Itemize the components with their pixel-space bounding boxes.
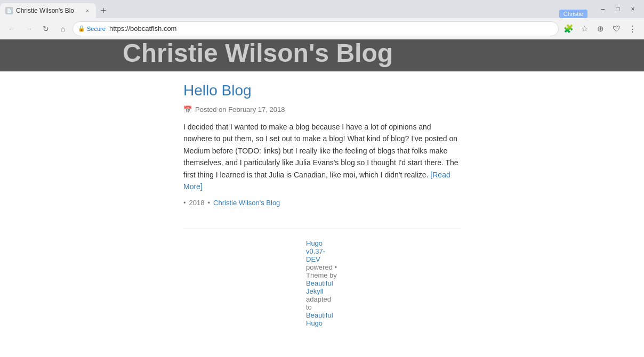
powered-label: powered bbox=[306, 263, 333, 271]
post-body: I decided that I wanted to make a blog b… bbox=[183, 121, 461, 192]
page-header-title: Christie Wilson's Blog bbox=[123, 40, 393, 66]
close-button[interactable]: × bbox=[626, 3, 640, 15]
post-meta: 📅 Posted on February 17, 2018 bbox=[183, 106, 461, 113]
post-tags: • 2018 • Christie Wilson's Blog bbox=[183, 199, 461, 207]
maximize-button[interactable]: □ bbox=[611, 3, 625, 15]
page-header: Christie Wilson's Blog bbox=[0, 39, 644, 71]
bookmark-star-icon[interactable]: ☆ bbox=[577, 21, 592, 36]
secure-badge: 🔒 Secure bbox=[78, 25, 106, 32]
dot-separator-1: • bbox=[183, 199, 186, 207]
minimize-button[interactable]: – bbox=[596, 3, 610, 15]
forward-button[interactable]: → bbox=[21, 21, 36, 36]
window-controls: – □ × bbox=[592, 0, 644, 18]
address-bar: ← → ↻ ⌂ 🔒 Secure 🧩 ☆ ⊕ 🛡 ⋮ bbox=[0, 18, 644, 39]
post-body-text: I decided that I wanted to make a blog b… bbox=[183, 123, 458, 179]
secure-label: Secure bbox=[87, 26, 106, 32]
blog-container: Hello Blog 📅 Posted on February 17, 2018… bbox=[61, 71, 583, 357]
tab-strip: 📄 Christie Wilson's Blo × + bbox=[0, 0, 559, 18]
lock-icon: 🔒 bbox=[78, 25, 85, 32]
beautiful-jekyll-link[interactable]: Beautiful Jekyll bbox=[306, 279, 333, 295]
reload-button[interactable]: ↻ bbox=[38, 21, 53, 36]
adapted-text: adapted to bbox=[306, 295, 331, 311]
extensions-icon[interactable]: 🧩 bbox=[561, 21, 576, 36]
title-bar: 📄 Christie Wilson's Blo × + Christie – □… bbox=[0, 0, 644, 18]
translate-icon[interactable]: ⊕ bbox=[593, 21, 608, 36]
tab-favicon: 📄 bbox=[5, 7, 13, 14]
back-button[interactable]: ← bbox=[4, 21, 19, 36]
tag-link[interactable]: Christie Wilson's Blog bbox=[213, 199, 280, 207]
active-tab[interactable]: 📄 Christie Wilson's Blo × bbox=[0, 3, 96, 18]
address-input-wrapper: 🔒 Secure bbox=[73, 21, 559, 36]
toolbar-icons: 🧩 ☆ ⊕ 🛡 ⋮ bbox=[561, 21, 640, 36]
url-input[interactable] bbox=[73, 21, 559, 36]
theme-text: Theme by bbox=[306, 271, 337, 279]
post-title[interactable]: Hello Blog bbox=[183, 82, 461, 99]
dot-separator-2: • bbox=[207, 199, 210, 207]
page-content: Christie Wilson's Blog Hello Blog 📅 Post… bbox=[0, 39, 644, 357]
menu-icon[interactable]: ⋮ bbox=[625, 21, 640, 36]
post-year: 2018 bbox=[189, 199, 205, 207]
hugo-link[interactable]: Hugo v0.37-DEV bbox=[306, 239, 325, 263]
beautiful-hugo-link[interactable]: Beautiful Hugo bbox=[306, 311, 333, 327]
calendar-icon: 📅 bbox=[183, 106, 192, 113]
footer-dot: • bbox=[335, 263, 337, 271]
post-date: Posted on February 17, 2018 bbox=[195, 106, 285, 113]
tab-title: Christie Wilson's Blo bbox=[16, 7, 80, 14]
profile-button[interactable]: Christie bbox=[559, 10, 587, 18]
footer: Hugo v0.37-DEV powered • Theme by Beauti… bbox=[183, 228, 461, 338]
shield-icon[interactable]: 🛡 bbox=[609, 21, 624, 36]
tab-close-button[interactable]: × bbox=[83, 6, 92, 15]
new-tab-button[interactable]: + bbox=[96, 3, 111, 18]
home-button[interactable]: ⌂ bbox=[55, 21, 70, 36]
